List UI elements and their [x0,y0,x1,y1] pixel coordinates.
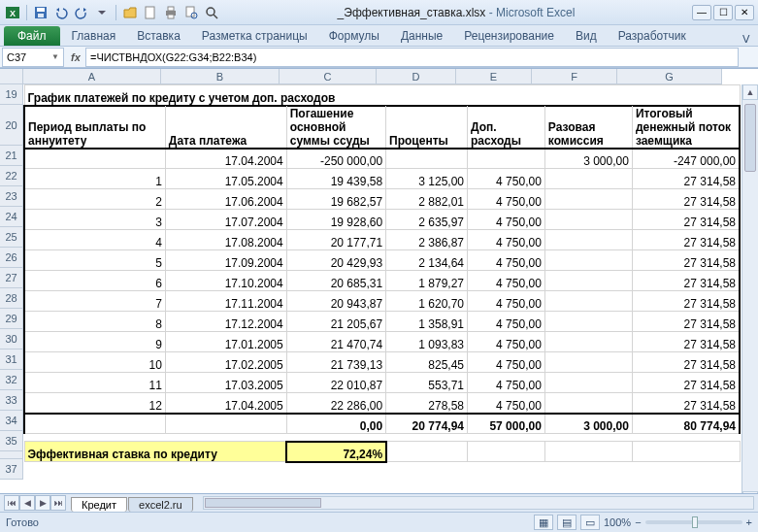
cell[interactable]: 4 750,00 [468,250,545,271]
cell[interactable] [544,271,632,291]
horizontal-scrollbar[interactable] [203,496,754,510]
name-box[interactable]: C37▼ [2,48,64,67]
cell[interactable]: 17.11.2004 [165,291,286,312]
cell[interactable]: 4 750,00 [468,189,545,210]
cell[interactable]: 17.08.2004 [165,230,286,250]
cell[interactable]: 11 [24,373,165,393]
ribbon-tab-review[interactable]: Рецензирование [454,26,564,46]
result-label[interactable]: Эффективная ставка по кредиту [24,442,286,462]
cell[interactable]: 4 750,00 [468,332,545,352]
result-value-active-cell[interactable]: 72,24% [286,442,385,462]
cell[interactable]: 17.10.2004 [165,271,286,291]
redo-icon[interactable] [73,4,90,21]
scroll-thumb[interactable] [744,104,756,172]
cell[interactable]: 17.09.2004 [165,250,286,271]
cell[interactable]: 17.12.2004 [165,312,286,332]
cell[interactable]: 4 750,00 [468,312,545,332]
header-extracost[interactable]: Доп. расходы [468,106,545,149]
cell[interactable]: 20 943,87 [286,291,385,312]
cell[interactable]: 27 314,58 [632,332,740,352]
cell[interactable]: 27 314,58 [632,210,740,230]
cell[interactable]: 1 [24,169,165,189]
ribbon-tab-data[interactable]: Данные [391,26,452,46]
cell[interactable]: 19 439,58 [286,169,385,189]
cell[interactable]: 27 314,58 [632,230,740,250]
cell[interactable]: 10 [24,352,165,373]
cell[interactable] [544,250,632,271]
cell[interactable]: 21 470,74 [286,332,385,352]
sheet-tab[interactable]: excel2.ru [128,497,193,512]
excel-icon[interactable]: X [4,4,21,21]
cell[interactable]: 2 882,01 [386,189,468,210]
cell[interactable] [544,291,632,312]
cell[interactable]: 27 314,58 [632,250,740,271]
total-C[interactable]: 0,00 [286,414,385,434]
cell[interactable]: 17.04.2004 [165,149,286,169]
ribbon-tab-insert[interactable]: Вставка [127,26,190,46]
cell[interactable]: 17.02.2005 [165,352,286,373]
hscroll-thumb[interactable] [205,498,321,508]
vertical-scrollbar[interactable]: ▲ ▼ [742,84,758,507]
zoom-level[interactable]: 100% [604,516,631,528]
cell[interactable]: 553,71 [386,373,468,393]
col-header[interactable]: E [456,69,532,84]
cell[interactable]: 2 635,97 [386,210,468,230]
preview-icon[interactable] [203,4,220,21]
cell[interactable] [544,312,632,332]
zoom-in-button[interactable]: + [746,516,752,528]
cell[interactable]: 17.03.2005 [165,373,286,393]
table-title[interactable]: График платежей по кредиту с учетом доп.… [24,85,740,106]
cell[interactable]: 7 [24,291,165,312]
total-E[interactable]: 57 000,00 [468,414,545,434]
cell[interactable]: 4 750,00 [468,352,545,373]
tab-nav-next-icon[interactable]: ▶ [35,495,50,511]
cell[interactable]: 4 750,00 [468,230,545,250]
cell[interactable] [386,149,468,169]
ribbon-tab-formulas[interactable]: Формулы [319,26,389,46]
header-date[interactable]: Дата платежа [165,106,286,149]
col-header[interactable]: D [377,69,456,84]
cell[interactable]: 4 750,00 [468,210,545,230]
view-normal-icon[interactable]: ▦ [534,515,553,530]
cell[interactable]: 2 386,87 [386,230,468,250]
cell[interactable]: 27 314,58 [632,169,740,189]
cell[interactable] [544,169,632,189]
cell[interactable]: 3 000,00 [544,149,632,169]
cell[interactable]: 20 429,93 [286,250,385,271]
formula-input[interactable]: =ЧИСТВНДОХ(G22:G34;B22:B34) [85,48,739,67]
sheet-tab-active[interactable]: Кредит [71,497,127,512]
cell[interactable]: 4 750,00 [468,373,545,393]
cell[interactable]: 27 314,58 [632,373,740,393]
cell[interactable]: -250 000,00 [286,149,385,169]
minimize-button[interactable]: — [692,5,711,20]
cell[interactable]: 27 314,58 [632,271,740,291]
cell[interactable] [24,149,165,169]
qat-dropdown-icon[interactable] [93,4,111,21]
header-period[interactable]: Период выплаты по аннуитету [24,106,165,149]
zoom-slider[interactable] [645,520,742,524]
cell[interactable] [544,352,632,373]
cell[interactable] [544,393,632,414]
header-principal[interactable]: Погашение основной суммы ссуды [286,106,385,149]
cell[interactable]: 4 [24,230,165,250]
cell[interactable]: 3 [24,210,165,230]
ribbon-tab-home[interactable]: Главная [62,26,126,46]
total-G[interactable]: 80 774,94 [632,414,740,434]
header-interest[interactable]: Проценты [386,106,468,149]
cell[interactable]: 1 093,83 [386,332,468,352]
cell[interactable]: 27 314,58 [632,291,740,312]
cell[interactable]: 4 750,00 [468,271,545,291]
cell[interactable]: 17.07.2004 [165,210,286,230]
cell[interactable]: 27 314,58 [632,393,740,414]
col-header[interactable]: B [161,69,280,84]
header-fee[interactable]: Разовая комиссия [544,106,632,149]
cell[interactable]: 8 [24,312,165,332]
cell[interactable]: 3 125,00 [386,169,468,189]
tab-nav-prev-icon[interactable]: ◀ [19,495,35,511]
cell[interactable]: -247 000,00 [632,149,740,169]
ribbon-collapse-icon[interactable]: ᐯ [742,33,758,46]
cell[interactable] [544,332,632,352]
cell[interactable]: 20 177,71 [286,230,385,250]
cell[interactable]: 2 134,64 [386,250,468,271]
view-pagelayout-icon[interactable]: ▤ [557,515,577,530]
